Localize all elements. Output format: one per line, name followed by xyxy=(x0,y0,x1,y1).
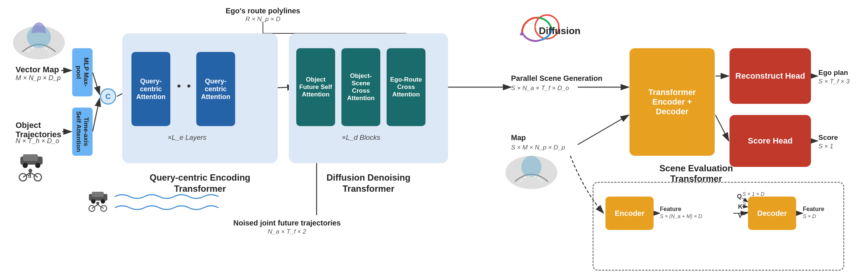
noised-label: Noised joint future trajectories xyxy=(222,219,352,227)
svg-rect-45 xyxy=(92,192,104,197)
road-icon xyxy=(13,22,65,59)
ego-plan-sublabel: S × T_f × 3 xyxy=(818,78,849,85)
svg-line-34 xyxy=(715,115,729,141)
psg-label: Parallel Scene Generation xyxy=(511,74,602,83)
svg-point-6 xyxy=(34,174,41,181)
set-title: Scene EvaluationTransformer xyxy=(630,163,763,184)
svg-point-53 xyxy=(505,156,557,189)
svg-point-47 xyxy=(101,199,105,204)
reconstruct-head-box: Reconstruct Head xyxy=(730,48,811,104)
route-polylines-sublabel: R × N_p × D xyxy=(207,16,318,23)
feature-enc-label: Feature xyxy=(660,206,681,213)
map-road-icon xyxy=(505,156,557,189)
score-output-sublabel: S × 1 xyxy=(818,143,833,150)
score-head-box: Score Head xyxy=(730,115,811,167)
svg-rect-1 xyxy=(20,157,43,165)
qca-box2: Query-centric Attention xyxy=(196,52,235,126)
svg-line-17 xyxy=(93,98,100,132)
qca-box1: Query-centric Attention xyxy=(131,52,170,126)
svg-point-49 xyxy=(101,205,107,211)
svg-point-48 xyxy=(89,205,95,211)
encoder-box: Encoder xyxy=(605,197,654,230)
ddt-title2: Transformer xyxy=(289,184,448,194)
feature-dec-label: Feature xyxy=(803,206,824,213)
svg-line-7 xyxy=(23,172,30,177)
svg-point-3 xyxy=(23,163,28,168)
map-input-label: Map xyxy=(511,134,526,142)
le-layers: ×L_e Layers xyxy=(133,134,241,142)
q-label: Q xyxy=(737,193,742,200)
k-label: K xyxy=(738,203,742,211)
map-input-sublabel: S × M × N_p × D_p xyxy=(511,144,565,151)
svg-line-16 xyxy=(93,72,100,95)
qce-title: Query-centric Encoding xyxy=(122,172,278,183)
vector-map-sublabel: M × N_p × D_p xyxy=(16,74,61,82)
erca-box: Ego-Route Cross Attention xyxy=(387,48,425,126)
object-trajectories-label: Object xyxy=(16,121,41,130)
concat-circle: C xyxy=(100,88,116,105)
svg-point-4 xyxy=(35,163,40,168)
svg-line-12 xyxy=(27,174,29,176)
svg-line-32 xyxy=(578,115,629,145)
osca-box: Object-Scene Cross Attention xyxy=(341,48,380,126)
q-sublabel: S × 1 × D xyxy=(742,191,764,197)
svg-point-52 xyxy=(96,202,99,205)
svg-point-0 xyxy=(13,26,65,59)
vector-map-label: Vector Map xyxy=(16,65,59,75)
ofsa-box: Object Future Self Attention xyxy=(296,48,335,126)
feature-dec-sublabel: S × D xyxy=(803,213,816,219)
svg-rect-2 xyxy=(23,154,38,161)
noised-bike-icon xyxy=(89,202,107,211)
svg-line-51 xyxy=(98,205,104,208)
ddt-title: Diffusion Denoising xyxy=(289,172,448,183)
svg-point-46 xyxy=(91,199,96,204)
svg-point-5 xyxy=(19,174,27,181)
ego-plan-label: Ego plan xyxy=(818,69,848,77)
svg-line-50 xyxy=(92,205,98,208)
svg-marker-43 xyxy=(520,32,524,35)
psg-sublabel: S × N_a × T_f × D_o xyxy=(511,85,569,92)
svg-line-8 xyxy=(30,172,38,177)
v-label: V xyxy=(738,212,742,220)
car-icon xyxy=(20,154,43,168)
ld-blocks: ×L_d Blocks xyxy=(293,134,430,142)
qce-title2: Transformer xyxy=(122,184,278,194)
time-axis-box: Time-axis Self Attention xyxy=(72,108,93,156)
decoder-box: Decoder xyxy=(748,197,796,230)
route-polylines-label: Ego's route polylines xyxy=(207,7,318,15)
diffusion-label: Diffusion xyxy=(539,25,581,37)
mlp-box: MLP Max-pool xyxy=(72,48,93,96)
svg-rect-44 xyxy=(89,194,107,201)
noised-car-icon xyxy=(89,192,107,204)
object-trajectories-sublabel: N × T_h × D_o xyxy=(16,137,59,145)
score-output-label: Score xyxy=(818,134,838,142)
bike-icon xyxy=(19,169,41,181)
svg-line-11 xyxy=(29,172,30,176)
diagram-container: Ego's route polylines R × N_p × D Vector… xyxy=(0,0,868,280)
feature-enc-sublabel: S × (N_a + M) × D xyxy=(660,213,702,219)
svg-point-10 xyxy=(29,169,32,172)
ted-box: Transformer Encoder + Decoder xyxy=(630,48,715,156)
noised-sublabel: N_a × T_f × 2 xyxy=(222,228,352,235)
